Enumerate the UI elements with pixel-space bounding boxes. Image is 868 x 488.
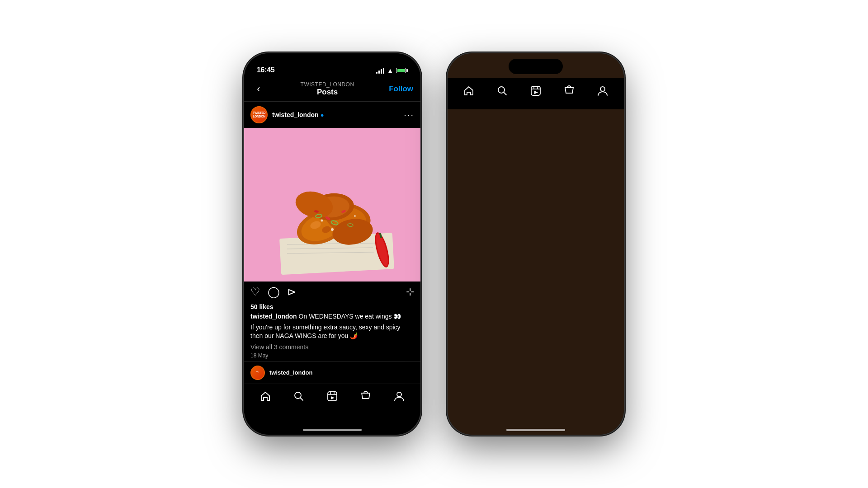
post-text: 50 likes twisted_london On WEDNESDAYS we…: [244, 302, 420, 361]
shop-icon: [360, 390, 372, 402]
nav-home-button[interactable]: [255, 386, 275, 406]
profile-icon: [393, 390, 405, 402]
status-icons-1: ▲: [376, 67, 408, 74]
post-image: [244, 128, 420, 282]
verified-badge-icon: ●: [321, 112, 324, 118]
post-actions: ♡ ◯ ⊳ ⊹: [244, 282, 420, 302]
bottom-nav-1: [244, 384, 420, 415]
search-icon-2: [496, 85, 508, 97]
instagram-header: ‹ TWISTED_LONDON Posts Follow: [244, 78, 420, 102]
bookmark-button[interactable]: ⊹: [406, 286, 414, 298]
food-illustration: [244, 128, 420, 282]
dynamic-island-1: [305, 59, 359, 74]
reels-icon: [326, 390, 338, 402]
svg-point-42: [600, 87, 605, 91]
nav2-shop-button[interactable]: [559, 81, 579, 101]
post-header: TWISTEDLONDON twisted_london ● ···: [244, 102, 420, 128]
signal-bar-1: [376, 72, 377, 74]
signal-bar-2: [378, 70, 380, 74]
like-button[interactable]: ♡: [250, 286, 260, 297]
likes-count: 50 likes: [250, 303, 414, 310]
battery-icon: [396, 68, 408, 73]
dynamic-island-2: [509, 59, 563, 74]
home-indicator-2: [506, 429, 565, 431]
svg-marker-41: [534, 91, 538, 94]
avatar-text: TWISTEDLONDON: [253, 111, 265, 118]
nav-search-button[interactable]: [289, 386, 309, 406]
post-caption-extra: If you're up for something extra saucy, …: [250, 323, 414, 341]
svg-point-25: [321, 220, 323, 222]
follow-button[interactable]: Follow: [389, 84, 413, 94]
battery-body: [396, 68, 406, 73]
svg-rect-37: [531, 86, 540, 95]
nav2-reels-button[interactable]: [526, 81, 546, 101]
home-icon-2: [463, 85, 475, 97]
svg-marker-33: [331, 396, 335, 399]
bottom-nav-2: [448, 78, 624, 109]
home-indicator-1: [303, 429, 362, 431]
header-title: Posts: [301, 88, 354, 97]
caption-text: On WEDNESDAYS we eat wings 👀: [299, 313, 401, 320]
nav2-profile-button[interactable]: [593, 81, 613, 101]
username-text: twisted_london: [272, 111, 319, 118]
signal-bar-3: [381, 69, 382, 74]
header-center: TWISTED_LONDON Posts: [301, 81, 354, 97]
svg-line-36: [504, 92, 507, 95]
share-button[interactable]: ⊳: [287, 286, 296, 297]
nav2-search-button[interactable]: [492, 81, 512, 101]
battery-fill: [397, 69, 405, 72]
signal-bar-4: [383, 68, 384, 74]
search-icon: [293, 390, 305, 402]
avatar-2-text: TL: [256, 371, 259, 374]
svg-line-28: [301, 398, 303, 401]
post-username[interactable]: twisted_london ●: [272, 111, 324, 118]
shop-icon-2: [563, 85, 575, 97]
back-arrow-icon: ‹: [257, 83, 260, 95]
more-options-button[interactable]: ···: [404, 110, 414, 119]
post-date: 18 May: [250, 352, 414, 359]
reels-icon-2: [530, 85, 542, 97]
phone-2: ‹ 27 15:14 55 s: [448, 53, 624, 435]
nav-profile-button[interactable]: [389, 386, 409, 406]
nav-shop-button[interactable]: [356, 386, 376, 406]
signal-icon: [376, 68, 384, 74]
avatar[interactable]: TWISTEDLONDON: [250, 106, 268, 123]
svg-point-26: [354, 215, 356, 217]
next-post-username: twisted_london: [269, 369, 312, 376]
nav2-home-button[interactable]: [459, 81, 479, 101]
post-caption: twisted_london On WEDNESDAYS we eat wing…: [250, 312, 414, 321]
next-post-preview: TL twisted_london: [244, 361, 420, 384]
nav-reels-button[interactable]: [322, 386, 342, 406]
profile-icon-2: [597, 85, 609, 97]
post-user-info: TWISTEDLONDON twisted_london ●: [250, 106, 324, 123]
avatar-2: TL: [250, 366, 265, 380]
wifi-icon: ▲: [387, 67, 393, 74]
home-icon: [259, 390, 271, 402]
phone-1: 16:45 ▲ ‹: [244, 53, 420, 435]
svg-point-34: [397, 392, 401, 397]
svg-point-24: [331, 228, 334, 231]
back-button[interactable]: ‹: [251, 82, 266, 96]
comment-button[interactable]: ◯: [268, 286, 280, 297]
svg-rect-29: [328, 392, 337, 401]
view-comments[interactable]: View all 3 comments: [250, 343, 414, 351]
caption-username: twisted_london: [250, 313, 297, 320]
status-time-1: 16:45: [257, 66, 274, 74]
post-actions-left: ♡ ◯ ⊳: [250, 286, 296, 297]
account-name: TWISTED_LONDON: [301, 81, 354, 88]
battery-tip: [406, 69, 408, 72]
